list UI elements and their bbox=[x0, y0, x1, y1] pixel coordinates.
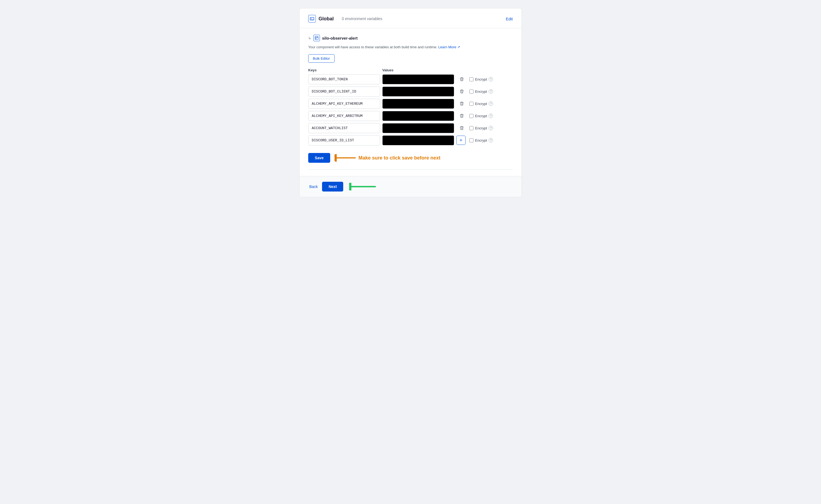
help-icon-5[interactable]: ? bbox=[489, 138, 493, 142]
add-row-button[interactable]: + bbox=[456, 136, 466, 145]
encrypt-checkbox-3[interactable] bbox=[469, 114, 473, 118]
table-headers: Keys Values bbox=[308, 68, 513, 72]
key-input-3[interactable] bbox=[308, 111, 380, 121]
table-row: Encrypt ? bbox=[308, 74, 513, 84]
arrow-icon: ↳ bbox=[308, 36, 311, 40]
encrypt-label-2: Encrypt bbox=[475, 102, 487, 106]
key-input-2[interactable] bbox=[308, 99, 380, 109]
encrypt-checkbox-1[interactable] bbox=[469, 90, 473, 94]
encrypt-label-4: Encrypt bbox=[475, 126, 487, 130]
delete-row-button-3[interactable] bbox=[456, 112, 467, 120]
encrypt-label-5: Encrypt bbox=[475, 138, 487, 142]
value-input-5[interactable] bbox=[382, 135, 454, 145]
encrypt-checkbox-0[interactable] bbox=[469, 77, 473, 81]
green-arrow-wrapper bbox=[349, 183, 376, 190]
back-button[interactable]: Back bbox=[308, 182, 319, 191]
help-icon-3[interactable]: ? bbox=[489, 114, 493, 118]
encrypt-label-0: Encrypt bbox=[475, 77, 487, 81]
encrypt-row-4: Encrypt ? bbox=[469, 126, 513, 130]
component-section: ↳ silo-observer-alert Your component wil… bbox=[300, 28, 521, 176]
nav-footer: Back Next bbox=[300, 176, 521, 197]
global-section: Global 0 environment variables Edit bbox=[300, 8, 521, 28]
table-row: Encrypt ? bbox=[308, 123, 513, 133]
values-header: Values bbox=[382, 68, 454, 72]
encrypt-label-1: Encrypt bbox=[475, 90, 487, 94]
delete-row-button-4[interactable] bbox=[456, 124, 467, 132]
svg-rect-2 bbox=[315, 36, 318, 40]
learn-more-link[interactable]: Learn More ↗ bbox=[438, 45, 460, 49]
encrypt-row-5: Encrypt ? bbox=[469, 138, 513, 142]
delete-row-button-2[interactable] bbox=[456, 100, 467, 107]
value-input-2[interactable] bbox=[382, 99, 454, 109]
env-table: Keys Values Encrypt ? bbox=[308, 68, 513, 145]
component-header: ↳ silo-observer-alert bbox=[308, 35, 513, 41]
help-icon-2[interactable]: ? bbox=[489, 101, 493, 106]
value-input-3[interactable] bbox=[382, 111, 454, 121]
key-input-0[interactable] bbox=[308, 74, 380, 84]
next-button[interactable]: Next bbox=[322, 182, 343, 192]
table-row: Encrypt ? bbox=[308, 111, 513, 121]
edit-link[interactable]: Edit bbox=[506, 17, 513, 21]
save-area: Save Make sure to click save before next bbox=[308, 153, 513, 170]
info-text: Your component will have access to these… bbox=[308, 44, 513, 50]
global-left: Global 0 environment variables bbox=[308, 15, 382, 23]
bulk-editor-button[interactable]: Bulk Editor bbox=[308, 54, 335, 63]
encrypt-checkbox-4[interactable] bbox=[469, 126, 473, 130]
keys-header: Keys bbox=[308, 68, 380, 72]
component-name: silo-observer-alert bbox=[322, 36, 358, 40]
orange-arrow-icon bbox=[335, 154, 356, 162]
value-input-1[interactable] bbox=[382, 87, 454, 97]
green-arrow-icon bbox=[349, 183, 376, 190]
encrypt-row-2: Encrypt ? bbox=[469, 101, 513, 106]
svg-rect-5 bbox=[316, 38, 316, 39]
table-row: + Encrypt ? bbox=[308, 135, 513, 145]
key-input-5[interactable] bbox=[308, 135, 380, 145]
encrypt-checkbox-5[interactable] bbox=[469, 138, 473, 142]
encrypt-row-3: Encrypt ? bbox=[469, 114, 513, 118]
value-input-0[interactable] bbox=[382, 74, 454, 84]
encrypt-row-1: Encrypt ? bbox=[469, 89, 513, 94]
delete-row-button-1[interactable] bbox=[456, 88, 467, 95]
help-icon-4[interactable]: ? bbox=[489, 126, 493, 130]
save-button[interactable]: Save bbox=[308, 153, 330, 163]
page-container: Global 0 environment variables Edit ↳ si… bbox=[299, 8, 522, 197]
key-input-4[interactable] bbox=[308, 123, 380, 133]
delete-row-button-0[interactable] bbox=[456, 75, 467, 83]
encrypt-checkbox-2[interactable] bbox=[469, 102, 473, 106]
annotation-text: Make sure to click save before next bbox=[358, 155, 440, 161]
annotation-wrapper: Make sure to click save before next bbox=[335, 154, 440, 162]
table-row: Encrypt ? bbox=[308, 99, 513, 109]
svg-rect-4 bbox=[317, 37, 318, 38]
value-input-4[interactable] bbox=[382, 123, 454, 133]
global-env-count: 0 environment variables bbox=[342, 17, 382, 21]
encrypt-label-3: Encrypt bbox=[475, 114, 487, 118]
help-icon-0[interactable]: ? bbox=[489, 77, 493, 81]
table-rows: Encrypt ? Encrypt ? bbox=[308, 74, 513, 145]
encrypt-row-0: Encrypt ? bbox=[469, 77, 513, 81]
component-icon bbox=[313, 35, 320, 41]
global-icon bbox=[308, 15, 316, 23]
svg-rect-0 bbox=[310, 17, 314, 20]
table-row: Encrypt ? bbox=[308, 87, 513, 97]
help-icon-1[interactable]: ? bbox=[489, 89, 493, 94]
global-title: Global bbox=[319, 16, 334, 22]
key-input-1[interactable] bbox=[308, 87, 380, 97]
svg-rect-3 bbox=[316, 37, 316, 38]
